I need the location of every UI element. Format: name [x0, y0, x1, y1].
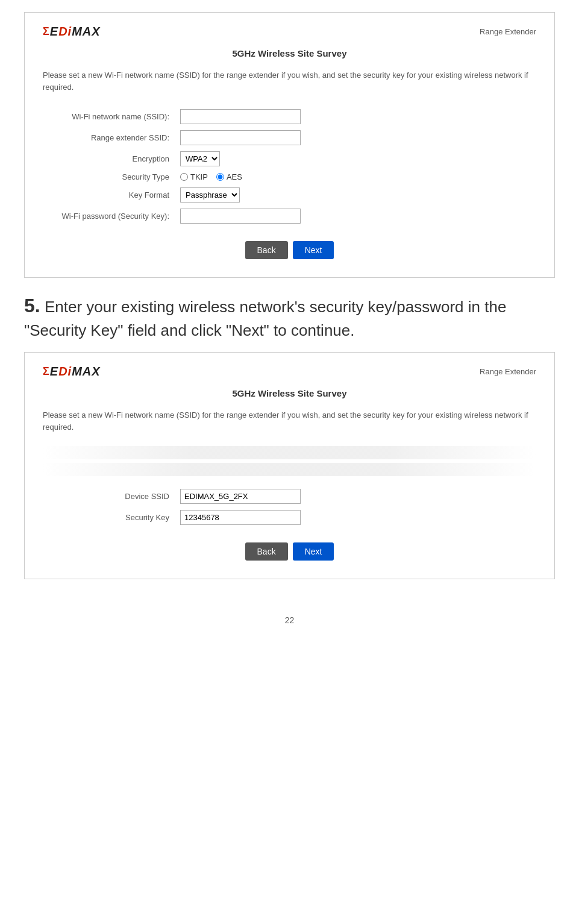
form-row-security-key: Security Key — [43, 507, 536, 528]
form-row-extender-ssid: Range extender SSID: — [43, 127, 536, 148]
range-extender-label-2: Range Extender — [480, 367, 536, 376]
panel-2-back-button[interactable]: Back — [245, 542, 288, 561]
extender-ssid-input[interactable] — [180, 130, 301, 145]
device-ssid-label: Device SSID — [43, 486, 175, 507]
wifi-name-label: Wi-Fi network name (SSID): — [43, 106, 175, 127]
blurred-row-1 — [43, 446, 536, 459]
page-number: 22 — [24, 615, 555, 625]
edimax-wordmark-1: EDiMAX — [50, 25, 101, 39]
wifi-password-label: Wi-Fi password (Security Key): — [43, 206, 175, 227]
step-5-intro: 5. Enter your existing wireless network'… — [24, 292, 555, 341]
panel-2-title: 5GHz Wireless Site Survey — [43, 388, 536, 398]
wifi-password-input[interactable] — [180, 209, 301, 224]
blurred-row-2 — [43, 463, 536, 476]
device-ssid-input-cell — [175, 486, 536, 507]
form-row-device-ssid: Device SSID — [43, 486, 536, 507]
panel-2-header: Σ EDiMAX Range Extender — [43, 365, 536, 379]
panel-1-buttons: Back Next — [43, 241, 536, 259]
device-ssid-input[interactable] — [180, 489, 301, 504]
form-row-wifi-password: Wi-Fi password (Security Key): — [43, 206, 536, 227]
security-type-radio-group: TKIP AES — [180, 172, 531, 181]
panel-2: Σ EDiMAX Range Extender 5GHz Wireless Si… — [24, 352, 555, 579]
security-type-label: Security Type — [43, 169, 175, 184]
sigma-icon-1: Σ — [43, 25, 49, 38]
key-format-cell: Passphrase Hex — [175, 184, 536, 206]
step-5-number: 5. — [24, 295, 40, 316]
aes-radio[interactable] — [216, 173, 224, 181]
encryption-select[interactable]: WPA2 WPA WEP None — [180, 151, 220, 166]
form-row-key-format: Key Format Passphrase Hex — [43, 184, 536, 206]
tkip-radio[interactable] — [180, 173, 188, 181]
aes-radio-label[interactable]: AES — [216, 172, 242, 181]
security-type-cell: TKIP AES — [175, 169, 536, 184]
panel-1-form: Wi-Fi network name (SSID): Range extende… — [43, 106, 536, 227]
security-key-label: Security Key — [43, 507, 175, 528]
wifi-name-input-cell — [175, 106, 536, 127]
edimax-wordmark-2: EDiMAX — [50, 365, 101, 379]
panel-1-next-button[interactable]: Next — [293, 241, 334, 259]
extender-ssid-label: Range extender SSID: — [43, 127, 175, 148]
extender-ssid-input-cell — [175, 127, 536, 148]
range-extender-label-1: Range Extender — [480, 27, 536, 36]
form-row-encryption: Encryption WPA2 WPA WEP None — [43, 148, 536, 169]
tkip-radio-label[interactable]: TKIP — [180, 172, 208, 181]
wifi-password-input-cell — [175, 206, 536, 227]
form-row-wifi-name: Wi-Fi network name (SSID): — [43, 106, 536, 127]
panel-2-buttons: Back Next — [43, 542, 536, 561]
panel-1-header: Σ EDiMAX Range Extender — [43, 25, 536, 39]
security-key-input-cell — [175, 507, 536, 528]
encryption-select-cell: WPA2 WPA WEP None — [175, 148, 536, 169]
panel-1-description: Please set a new Wi-Fi network name (SSI… — [43, 69, 536, 93]
key-format-label: Key Format — [43, 184, 175, 206]
key-format-select[interactable]: Passphrase Hex — [180, 187, 240, 203]
panel-1-title: 5GHz Wireless Site Survey — [43, 48, 536, 58]
panel-2-form: Device SSID Security Key — [43, 486, 536, 528]
panel-1-back-button[interactable]: Back — [245, 241, 288, 259]
blurred-rows-area — [43, 446, 536, 486]
panel-2-description: Please set a new Wi-Fi network name (SSI… — [43, 409, 536, 433]
edimax-logo-1: Σ EDiMAX — [43, 25, 101, 39]
panel-1: Σ EDiMAX Range Extender 5GHz Wireless Si… — [24, 12, 555, 278]
wifi-name-input[interactable] — [180, 109, 301, 124]
security-key-input[interactable] — [180, 510, 301, 525]
encryption-label: Encryption — [43, 148, 175, 169]
form-row-security-type: Security Type TKIP AES — [43, 169, 536, 184]
step-5-text: Enter your existing wireless network's s… — [24, 298, 506, 339]
aes-label-text: AES — [227, 172, 242, 181]
tkip-label-text: TKIP — [190, 172, 208, 181]
sigma-icon-2: Σ — [43, 365, 49, 378]
edimax-logo-2: Σ EDiMAX — [43, 365, 101, 379]
panel-2-next-button[interactable]: Next — [293, 542, 334, 561]
